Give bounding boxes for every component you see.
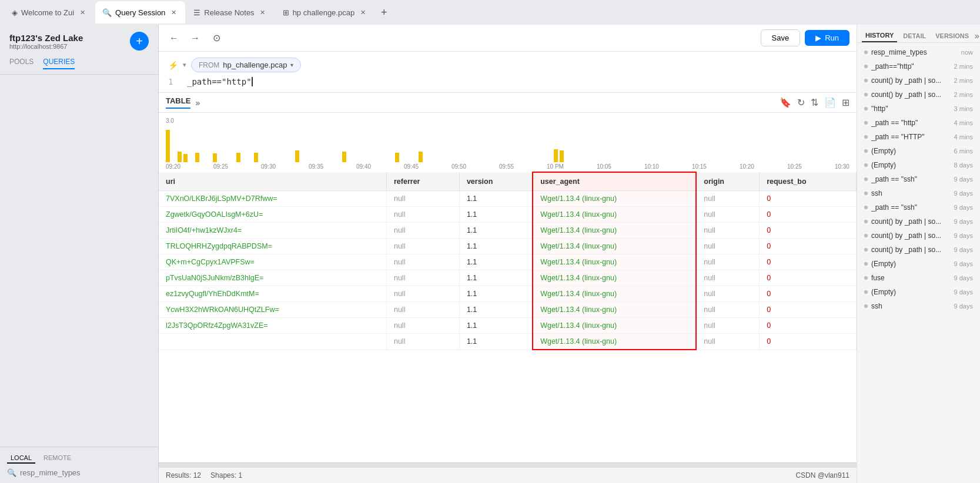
history-item[interactable]: count() by _path | so...2 mins	[857, 73, 980, 88]
history-item[interactable]: (Empty)9 days	[857, 257, 980, 271]
tab-close-release[interactable]: ✕	[258, 8, 267, 17]
tab-release[interactable]: ☰ Release Notes ✕	[186, 1, 274, 24]
back-button[interactable]: ←	[166, 30, 182, 46]
history-item[interactable]: ssh9 days	[857, 186, 980, 200]
cell-uri: ez1zvyQugfl/YhEhDdKmtM=	[159, 286, 386, 302]
x-label-0950: 09:50	[451, 163, 466, 170]
status-results: Results: 12	[166, 471, 201, 479]
cell-origin: null	[696, 302, 759, 318]
horizontal-scrollbar[interactable]	[159, 462, 857, 467]
sidebar-search: 🔍	[7, 468, 151, 477]
history-item-text: _path == "ssh"	[871, 175, 949, 183]
history-item[interactable]: count() by _path | so...2 mins	[857, 88, 980, 102]
history-item[interactable]: count() by _path | so...9 days	[857, 214, 980, 229]
sidebar-nav-queries[interactable]: QUERIES	[43, 58, 75, 69]
tab-welcome[interactable]: ◈ Welcome to Zui ✕	[5, 1, 94, 24]
right-panel-tab-versions[interactable]: VERSIONS	[932, 30, 972, 42]
cell-request-bo: 0	[760, 270, 857, 286]
col-header-version[interactable]: version	[459, 172, 533, 191]
history-item[interactable]: _path == "ssh"9 days	[857, 200, 980, 214]
x-label-0945: 09:45	[404, 163, 419, 170]
cell-request-bo: 0	[760, 223, 857, 239]
table-row[interactable]: Zgwetk/GqyOOALIsgM+6zU=null1.1Wget/1.13.…	[159, 207, 857, 223]
chart-bar	[195, 153, 199, 162]
table-row[interactable]: null1.1Wget/1.13.4 (linux-gnu)null0	[159, 334, 857, 350]
history-item-text: count() by _path | so...	[871, 217, 949, 226]
tab-close-pcap[interactable]: ✕	[358, 8, 367, 17]
tab-query[interactable]: 🔍 Query Session ✕	[95, 1, 185, 24]
table-row[interactable]: 7VXnO/LKBrJ6jLSpMV+D7Rfww=null1.1Wget/1.…	[159, 191, 857, 207]
sidebar-tab-local[interactable]: LOCAL	[7, 453, 35, 464]
history-item[interactable]: resp_mime_typesnow	[857, 45, 980, 59]
search-input[interactable]	[20, 468, 151, 477]
history-item[interactable]: _path=="http"2 mins	[857, 59, 980, 73]
sidebar-nav-pools[interactable]: POOLS	[9, 58, 34, 69]
sidebar-tab-remote[interactable]: REMOTE	[40, 453, 75, 464]
history-item[interactable]: "http"3 mins	[857, 102, 980, 116]
sidebar-add-button[interactable]: +	[130, 32, 149, 51]
table-row[interactable]: YcwH3X2hWRkOAN6UHQtZLFw=null1.1Wget/1.13…	[159, 302, 857, 318]
history-item[interactable]: _path == "HTTP"4 mins	[857, 130, 980, 144]
tab-close-query[interactable]: ✕	[169, 8, 178, 17]
x-label-0955: 09:55	[499, 163, 514, 170]
grid-icon[interactable]: ⊞	[842, 97, 849, 108]
from-chip[interactable]: FROM hp_challenge.pcap ▾	[191, 58, 301, 72]
col-header-referrer[interactable]: referrer	[386, 172, 459, 191]
col-header-user-agent[interactable]: user_agent	[533, 172, 696, 191]
history-button[interactable]: ⊙	[208, 30, 225, 46]
table-row[interactable]: TRLOQHRHZygdpqRABPDSM=null1.1Wget/1.13.4…	[159, 239, 857, 254]
history-item[interactable]: (Empty)9 days	[857, 285, 980, 299]
history-dot	[864, 276, 868, 280]
run-button[interactable]: ▶ Run	[805, 30, 849, 46]
right-panel-tab-detail[interactable]: DETAIL	[899, 30, 929, 42]
table-row[interactable]: ez1zvyQugfl/YhEhDdKmtM=null1.1Wget/1.13.…	[159, 286, 857, 302]
bookmark-icon[interactable]: 🔖	[780, 97, 791, 108]
pool-name: hp_challenge.pcap	[223, 61, 287, 69]
expand-icon[interactable]: ▾	[183, 61, 186, 69]
export-icon[interactable]: 📄	[824, 97, 836, 108]
chart-bar	[178, 152, 182, 162]
filter-icon[interactable]: ⚡	[168, 61, 178, 70]
history-item[interactable]: _path == "http"4 mins	[857, 116, 980, 130]
col-header-request-bo[interactable]: request_bo	[760, 172, 857, 191]
cell-request-bo: 0	[760, 239, 857, 254]
history-dot	[864, 220, 868, 223]
tab-label-release: Release Notes	[204, 8, 254, 17]
cell-referrer: null	[386, 302, 459, 318]
tab-pcap[interactable]: ⊞ hp challenge.pcap ✕	[276, 1, 375, 24]
query-text: _path=="http"	[187, 77, 253, 86]
history-list: resp_mime_typesnow_path=="http"2 minscou…	[857, 43, 980, 483]
save-button[interactable]: Save	[761, 29, 801, 46]
query-line[interactable]: 1 _path=="http"	[168, 77, 847, 86]
history-item[interactable]: fuse9 days	[857, 271, 980, 285]
sidebar-nav: POOLS QUERIES	[0, 55, 158, 75]
sidebar: ftp123's Zed Lake http://localhost:9867 …	[0, 25, 159, 483]
cell-user-agent: Wget/1.13.4 (linux-gnu)	[533, 334, 696, 350]
tab-close-welcome[interactable]: ✕	[78, 8, 87, 17]
refresh-icon[interactable]: ↻	[797, 97, 805, 108]
settings-icon[interactable]: ⇅	[811, 97, 818, 108]
table-row[interactable]: JrtiIO4f/+hw1kzWJxr4=null1.1Wget/1.13.4 …	[159, 223, 857, 239]
cell-version: 1.1	[459, 302, 533, 318]
right-panel-tab-history[interactable]: HISTORY	[862, 29, 897, 42]
col-header-origin[interactable]: origin	[696, 172, 759, 191]
table-row[interactable]: l2JsT3QpORfz4ZpgWA31vZE=null1.1Wget/1.13…	[159, 318, 857, 334]
history-item[interactable]: count() by _path | so...9 days	[857, 243, 980, 257]
expand-columns-button[interactable]: »	[195, 98, 200, 108]
data-table-wrapper: uri referrer version user_agent origin r…	[159, 172, 857, 462]
cell-version: 1.1	[459, 207, 533, 223]
history-item[interactable]: _path == "ssh"9 days	[857, 172, 980, 186]
tab-add-button[interactable]: +	[376, 4, 392, 21]
forward-button[interactable]: →	[187, 30, 203, 46]
table-row[interactable]: QK+m+CgCpyx1AVPFSw=null1.1Wget/1.13.4 (l…	[159, 254, 857, 270]
history-item[interactable]: count() by _path | so...9 days	[857, 229, 980, 243]
col-header-uri[interactable]: uri	[159, 172, 386, 191]
table-body: 7VXnO/LKBrJ6jLSpMV+D7Rfww=null1.1Wget/1.…	[159, 191, 857, 350]
history-item[interactable]: ssh9 days	[857, 299, 980, 313]
history-item[interactable]: (Empty)6 mins	[857, 144, 980, 158]
cell-referrer: null	[386, 334, 459, 350]
main-layout: ftp123's Zed Lake http://localhost:9867 …	[0, 25, 980, 483]
history-item[interactable]: (Empty)8 days	[857, 158, 980, 172]
table-row[interactable]: pTvsUaN0jSJuNkm/zB3hlgE=null1.1Wget/1.13…	[159, 270, 857, 286]
right-panel-expand-icon[interactable]: »	[975, 31, 979, 41]
